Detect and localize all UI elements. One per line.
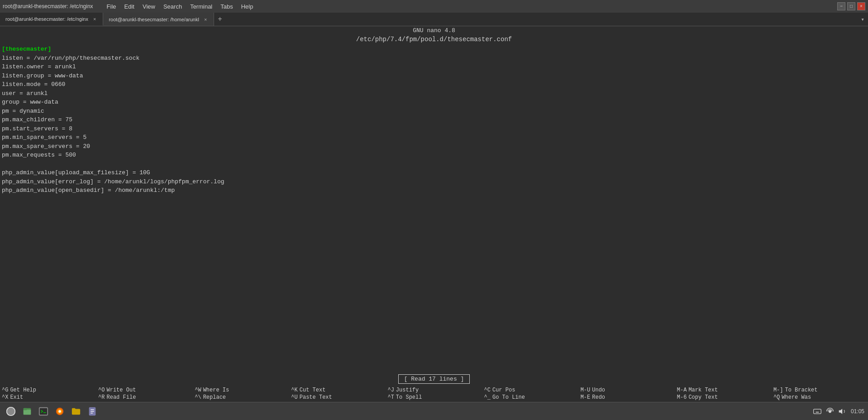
maximize-button[interactable]: □ bbox=[847, 2, 855, 10]
menu-view[interactable]: View bbox=[139, 2, 159, 11]
taskbar-files[interactable] bbox=[20, 404, 34, 419]
network-tray-icon bbox=[825, 407, 835, 416]
window-title-left: root@arunkl-thesecmaster: /etc/nginx bbox=[3, 3, 93, 10]
svg-point-19 bbox=[829, 410, 831, 412]
editor-line: php_admin_value[open_basedir] = /home/ar… bbox=[2, 186, 866, 195]
filepath-bar: /etc/php/7.4/fpm/pool.d/thesecmaster.con… bbox=[0, 35, 868, 44]
editor-line: pm.start_servers = 8 bbox=[2, 124, 866, 134]
editor-line: group = www-data bbox=[2, 98, 866, 107]
svg-rect-2 bbox=[24, 410, 31, 415]
shortcut-item-ME-2[interactable]: M-ERedo bbox=[579, 394, 675, 401]
sound-tray-icon bbox=[838, 407, 847, 416]
tab-1-label: root@arunkl-thesecmaster: /etc/nginx bbox=[5, 16, 88, 22]
shortcut-item-J[interactable]: ^JJustify bbox=[386, 387, 482, 394]
editor-line: pm = dynamic bbox=[2, 107, 866, 116]
keyboard-tray-icon bbox=[813, 407, 822, 416]
svg-rect-13 bbox=[814, 409, 821, 414]
shortcut-item--2[interactable]: ^\Replace bbox=[193, 394, 289, 401]
shortcut-item-Q-2[interactable]: ^QWhere Was bbox=[772, 394, 868, 401]
nano-header-text: GNU nano 4.8 bbox=[413, 27, 455, 34]
editor-line: php_admin_value[error_log] = /home/arunk… bbox=[2, 177, 866, 186]
taskbar-folder[interactable] bbox=[69, 404, 83, 419]
new-tab-button[interactable]: + bbox=[214, 13, 226, 26]
editor-line: listen = /var/run/php/thesecmaster.sock bbox=[2, 54, 866, 63]
editor-line bbox=[2, 160, 866, 169]
shortcut-item-MU[interactable]: M-UUndo bbox=[579, 387, 675, 394]
shortcut-item-G[interactable]: ^GGet Help bbox=[0, 387, 96, 394]
shortcut-item-M[interactable]: M-]To Bracket bbox=[772, 387, 868, 394]
editor-line: listen.owner = arunkl bbox=[2, 62, 866, 72]
editor-line: pm.max_requests = 500 bbox=[2, 151, 866, 160]
menu-search[interactable]: Search bbox=[160, 2, 186, 11]
tab-1-close[interactable]: × bbox=[92, 16, 97, 22]
svg-point-8 bbox=[58, 410, 61, 413]
taskbar-notes[interactable] bbox=[85, 404, 100, 419]
shortcut-item-T-2[interactable]: ^TTo Spell bbox=[386, 394, 482, 401]
editor-area[interactable]: [thesecmaster]listen = /var/run/php/thes… bbox=[0, 44, 868, 372]
tab-2-close[interactable]: × bbox=[203, 16, 208, 23]
shortcut-item-O[interactable]: ^OWrite Out bbox=[96, 387, 193, 394]
taskbar-browser[interactable] bbox=[52, 404, 67, 419]
close-button[interactable]: × bbox=[857, 2, 865, 10]
shortcut-item--2[interactable]: ^_Go To Line bbox=[482, 394, 579, 401]
menu-bar: root@arunkl-thesecmaster: /etc/nginx Fil… bbox=[0, 0, 868, 13]
tab-2-label: root@arunkl-thesecmaster: /home/arunkl bbox=[109, 17, 199, 22]
read-message-container: [ Read 17 lines ] bbox=[0, 372, 868, 386]
tabs-bar: root@arunkl-thesecmaster: /etc/nginx × r… bbox=[0, 13, 868, 26]
taskbar-terminal[interactable] bbox=[36, 404, 51, 419]
tab-scroll-button[interactable]: ▾ bbox=[857, 13, 868, 26]
shortcuts-bar: ^GGet Help^OWrite Out^WWhere Is^KCut Tex… bbox=[0, 386, 868, 402]
menu-file[interactable]: File bbox=[103, 2, 120, 11]
read-message: [ Read 17 lines ] bbox=[398, 374, 470, 384]
taskbar-right: 01:05 bbox=[813, 407, 864, 416]
editor-line: listen.group = www-data bbox=[2, 72, 866, 81]
shortcut-item-K[interactable]: ^KCut Text bbox=[289, 387, 386, 394]
editor-line: [thesecmaster] bbox=[2, 45, 866, 54]
shortcut-item-U-2[interactable]: ^UPaste Text bbox=[289, 394, 386, 401]
shortcut-item-MA[interactable]: M-AMark Text bbox=[675, 387, 772, 394]
svg-rect-4 bbox=[39, 407, 48, 415]
editor-line: pm.max_children = 75 bbox=[2, 115, 866, 124]
editor-line: php_admin_value[upload_max_filesize] = 1… bbox=[2, 168, 866, 177]
shortcut-item-X-2[interactable]: ^XExit bbox=[0, 394, 96, 401]
nano-header: GNU nano 4.8 bbox=[0, 26, 868, 35]
taskbar-app-menu[interactable] bbox=[4, 404, 18, 419]
editor-line: pm.max_spare_servers = 20 bbox=[2, 142, 866, 151]
shortcut-item-W[interactable]: ^WWhere Is bbox=[193, 387, 289, 394]
shortcut-item-M6-2[interactable]: M-6Copy Text bbox=[675, 394, 772, 401]
shortcut-item-C[interactable]: ^CCur Pos bbox=[482, 387, 579, 394]
filepath-text: /etc/php/7.4/fpm/pool.d/thesecmaster.con… bbox=[356, 36, 512, 43]
editor-line: pm.min_spare_servers = 5 bbox=[2, 133, 866, 142]
menu-tabs[interactable]: Tabs bbox=[217, 2, 236, 11]
taskbar-time: 01:05 bbox=[851, 408, 864, 415]
taskbar: 01:05 bbox=[0, 402, 868, 420]
menu-terminal[interactable]: Terminal bbox=[186, 2, 216, 11]
minimize-button[interactable]: − bbox=[837, 2, 845, 10]
tab-1[interactable]: root@arunkl-thesecmaster: /etc/nginx × bbox=[0, 13, 103, 26]
svg-rect-3 bbox=[24, 408, 27, 410]
menu-help[interactable]: Help bbox=[238, 2, 257, 11]
tab-2[interactable]: root@arunkl-thesecmaster: /home/arunkl × bbox=[103, 13, 214, 26]
editor-line: user = arunkl bbox=[2, 89, 866, 98]
shortcut-item-R-2[interactable]: ^RRead File bbox=[96, 394, 193, 401]
editor-line: listen.mode = 0660 bbox=[2, 80, 866, 89]
menu-edit[interactable]: Edit bbox=[121, 2, 138, 11]
